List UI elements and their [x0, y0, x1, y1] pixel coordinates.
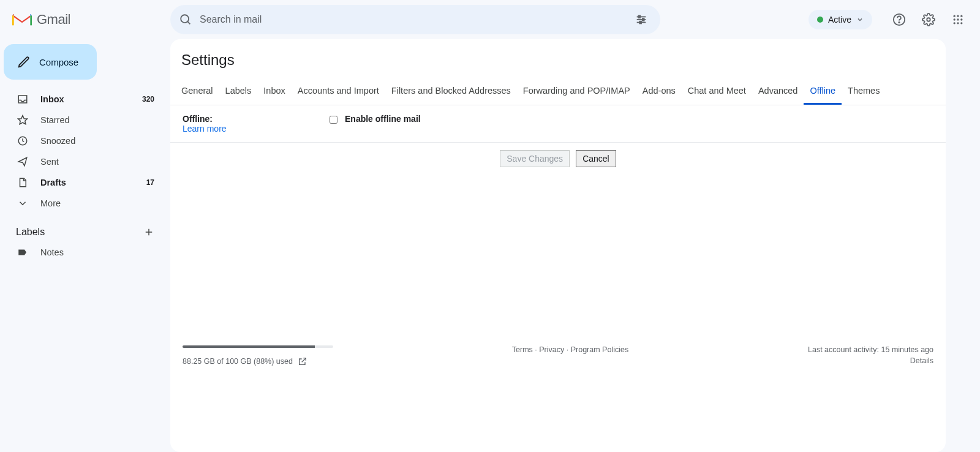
sidebar-item-drafts[interactable]: Drafts 17: [4, 173, 163, 192]
labels-title: Labels: [16, 227, 45, 238]
settings-tabs: General Labels Inbox Accounts and Import…: [170, 80, 946, 105]
svg-rect-7: [639, 21, 641, 24]
product-name: Gmail: [37, 12, 70, 28]
svg-point-14: [954, 18, 956, 20]
svg-rect-6: [643, 18, 644, 21]
search-bar[interactable]: [170, 5, 660, 34]
sidebar-item-starred[interactable]: Starred: [4, 110, 163, 130]
terms-link[interactable]: Terms: [512, 345, 533, 354]
offline-label: Offline:: [183, 114, 213, 124]
svg-point-19: [960, 22, 962, 24]
chevron-down-icon: [856, 16, 864, 23]
star-icon: [17, 115, 29, 126]
header-right: Active: [809, 7, 970, 32]
policies-link[interactable]: Program Policies: [571, 345, 628, 354]
tab-labels[interactable]: Labels: [219, 80, 258, 105]
sidebar: Compose Inbox 320 Starred Snoozed Sent D…: [0, 39, 170, 452]
send-icon: [17, 156, 29, 167]
chevron-down-icon: [17, 198, 29, 209]
nav-label: Sent: [40, 157, 154, 167]
svg-point-15: [957, 18, 959, 20]
logo-area[interactable]: Gmail: [10, 12, 170, 28]
sidebar-item-snoozed[interactable]: Snoozed: [4, 131, 163, 151]
footer-sep: ·: [533, 345, 539, 354]
sidebar-item-sent[interactable]: Sent: [4, 152, 163, 171]
tab-chat[interactable]: Chat and Meet: [682, 80, 752, 105]
labels-header: Labels: [4, 214, 163, 243]
inbox-icon: [17, 94, 29, 105]
apps-grid-icon[interactable]: [946, 7, 970, 32]
storage-text: 88.25 GB of 100 GB (88%) used: [183, 357, 293, 366]
label-tag-icon: [17, 247, 29, 258]
nav-count: 320: [142, 95, 154, 104]
nav-label: Snoozed: [40, 136, 154, 146]
svg-point-16: [960, 18, 962, 20]
svg-marker-20: [18, 116, 28, 124]
svg-point-11: [954, 15, 956, 17]
file-icon: [17, 177, 29, 188]
svg-rect-5: [638, 16, 640, 18]
tab-addons[interactable]: Add-ons: [636, 80, 682, 105]
footer-sep: ·: [564, 345, 570, 354]
nav-count: 17: [146, 178, 154, 187]
settings-actions: Save Changes Cancel: [170, 143, 946, 175]
status-dot-icon: [817, 17, 823, 23]
svg-point-17: [954, 22, 956, 24]
svg-point-10: [927, 18, 930, 21]
tab-offline[interactable]: Offline: [804, 80, 842, 105]
external-link-icon[interactable]: [298, 356, 307, 366]
svg-point-12: [957, 15, 959, 17]
activity-text: Last account activity: 15 minutes ago: [808, 345, 933, 354]
svg-point-13: [960, 15, 962, 17]
nav-label: Inbox: [40, 94, 131, 104]
compose-button[interactable]: Compose: [4, 44, 97, 80]
sidebar-item-inbox[interactable]: Inbox 320: [4, 89, 163, 109]
save-changes-button[interactable]: Save Changes: [500, 150, 570, 167]
tab-filters[interactable]: Filters and Blocked Addresses: [385, 80, 517, 105]
svg-point-9: [899, 22, 899, 23]
storage-progress-fill: [183, 345, 315, 348]
enable-offline-checkbox[interactable]: [330, 116, 337, 124]
tab-inbox[interactable]: Inbox: [257, 80, 291, 105]
page-title: Settings: [170, 51, 946, 80]
svg-point-18: [957, 22, 959, 24]
search-input[interactable]: [200, 14, 631, 25]
tab-themes[interactable]: Themes: [842, 80, 886, 105]
help-icon[interactable]: [887, 7, 911, 32]
nav-label: Starred: [40, 115, 154, 125]
cancel-button[interactable]: Cancel: [576, 150, 616, 167]
storage-progress: [183, 345, 333, 348]
status-text: Active: [828, 15, 851, 24]
compose-label: Compose: [39, 57, 78, 67]
details-link[interactable]: Details: [713, 356, 933, 365]
tab-advanced[interactable]: Advanced: [752, 80, 804, 105]
pencil-icon: [17, 55, 31, 69]
sidebar-label-notes[interactable]: Notes: [4, 243, 163, 262]
offline-setting-row: Offline: Learn more Enable offline mail: [170, 105, 946, 143]
enable-offline-label: Enable offline mail: [345, 114, 421, 124]
svg-point-0: [181, 15, 189, 23]
footer: 88.25 GB of 100 GB (88%) used Terms · Pr…: [170, 338, 946, 452]
privacy-link[interactable]: Privacy: [539, 345, 564, 354]
gmail-logo-icon: [12, 12, 32, 27]
tab-accounts[interactable]: Accounts and Import: [292, 80, 385, 105]
app-header: Gmail Active: [0, 0, 980, 39]
sidebar-item-more[interactable]: More: [4, 194, 163, 213]
nav-label: Drafts: [40, 178, 135, 187]
settings-gear-icon[interactable]: [916, 7, 941, 32]
svg-line-1: [187, 21, 190, 24]
tab-general[interactable]: General: [175, 80, 219, 105]
tab-forwarding[interactable]: Forwarding and POP/IMAP: [517, 80, 636, 105]
search-icon[interactable]: [179, 13, 192, 26]
clock-icon: [17, 135, 29, 146]
search-options-icon[interactable]: [631, 9, 652, 30]
learn-more-link[interactable]: Learn more: [183, 124, 227, 134]
plus-icon[interactable]: [143, 227, 154, 238]
status-chip[interactable]: Active: [809, 10, 872, 29]
nav-label: More: [40, 198, 154, 208]
nav-label: Notes: [40, 247, 154, 257]
settings-panel: Settings General Labels Inbox Accounts a…: [170, 39, 946, 452]
